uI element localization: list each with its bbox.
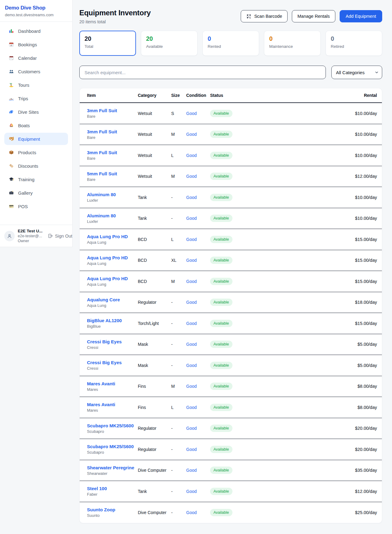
sidebar-item-dive-sites[interactable]: Dive Sites bbox=[4, 106, 68, 118]
sidebar-item-discounts[interactable]: Discounts bbox=[4, 160, 68, 172]
condition-link[interactable]: Good bbox=[186, 510, 210, 515]
rental-cell: $12.00/day bbox=[256, 489, 377, 494]
stat-card-available[interactable]: 20 Available bbox=[141, 31, 198, 56]
category-cell: Regulator bbox=[138, 447, 171, 452]
equipment-item-link[interactable]: Cressi Big Eyes bbox=[87, 339, 138, 344]
table-row: 3mm Full Suit Bare Wetsuit S Good Availa… bbox=[80, 103, 382, 124]
condition-link[interactable]: Good bbox=[186, 321, 210, 326]
rental-cell: $25.00/day bbox=[256, 510, 377, 515]
tag-icon bbox=[9, 163, 14, 169]
condition-link[interactable]: Good bbox=[186, 237, 210, 242]
equipment-item-link[interactable]: Aqualung Core bbox=[87, 297, 138, 302]
sign-out-button[interactable]: Sign Out bbox=[48, 233, 72, 238]
stat-card-retired[interactable]: 0 Retired bbox=[326, 31, 382, 56]
category-select[interactable]: All Categories bbox=[331, 66, 382, 79]
status-badge: Available bbox=[210, 152, 232, 159]
sidebar-item-products[interactable]: Products bbox=[4, 146, 68, 158]
condition-link[interactable]: Good bbox=[186, 279, 210, 284]
package-icon bbox=[9, 150, 14, 155]
stat-card-rented[interactable]: 0 Rented bbox=[202, 31, 259, 56]
category-cell: Wetsuit bbox=[138, 111, 171, 116]
equipment-item-link[interactable]: Aqua Lung Pro HD bbox=[87, 234, 138, 239]
column-header-condition: Condition bbox=[186, 93, 210, 98]
equipment-item-link[interactable]: 3mm Full Suit bbox=[87, 129, 138, 134]
status-badge: Available bbox=[210, 194, 232, 201]
equipment-item-link[interactable]: Scubapro MK25/S600 bbox=[87, 423, 138, 428]
condition-link[interactable]: Good bbox=[186, 132, 210, 137]
status-badge: Available bbox=[210, 467, 232, 474]
stat-value: 20 bbox=[85, 35, 131, 42]
equipment-item-link[interactable]: Aqua Lung Pro HD bbox=[87, 276, 138, 281]
equipment-item-link[interactable]: 5mm Full Suit bbox=[87, 171, 138, 176]
condition-link[interactable]: Good bbox=[186, 426, 210, 431]
condition-link[interactable]: Good bbox=[186, 468, 210, 473]
rental-cell: $20.00/day bbox=[256, 426, 377, 431]
table-row: 3mm Full Suit Bare Wetsuit M Good Availa… bbox=[80, 124, 382, 145]
equipment-item-link[interactable]: Suunto Zoop bbox=[87, 507, 138, 512]
equipment-item-brand: Cressi bbox=[87, 366, 138, 371]
condition-link[interactable]: Good bbox=[186, 342, 210, 347]
status-badge: Available bbox=[210, 236, 232, 243]
sidebar-item-customers[interactable]: Customers bbox=[4, 65, 68, 78]
size-cell: - bbox=[171, 489, 186, 494]
sidebar-item-boats[interactable]: Boats bbox=[4, 119, 68, 132]
status-badge: Available bbox=[210, 509, 232, 516]
stat-label: Total bbox=[85, 44, 131, 49]
sidebar-item-pos[interactable]: POS bbox=[4, 200, 68, 212]
condition-link[interactable]: Good bbox=[186, 405, 210, 410]
condition-link[interactable]: Good bbox=[186, 384, 210, 389]
equipment-item-link[interactable]: Mares Avanti bbox=[87, 381, 138, 386]
manage-rentals-button[interactable]: Manage Rentals bbox=[292, 10, 335, 22]
condition-link[interactable]: Good bbox=[186, 216, 210, 221]
size-cell: - bbox=[171, 195, 186, 200]
equipment-item-link[interactable]: Cressi Big Eyes bbox=[87, 360, 138, 365]
equipment-item-link[interactable]: Shearwater Peregrine bbox=[87, 465, 138, 470]
equipment-item-brand: Mares bbox=[87, 408, 138, 413]
condition-link[interactable]: Good bbox=[186, 195, 210, 200]
equipment-item-link[interactable]: Steel 100 bbox=[87, 486, 138, 491]
brand[interactable]: Demo Dive Shop demo.test.divestreams.com bbox=[0, 0, 72, 22]
size-cell: L bbox=[171, 153, 186, 158]
equipment-item-link[interactable]: 3mm Full Suit bbox=[87, 108, 138, 113]
equipment-item-link[interactable]: Aluminum 80 bbox=[87, 192, 138, 197]
equipment-item-link[interactable]: Mares Avanti bbox=[87, 402, 138, 407]
sidebar-item-tours[interactable]: Tours bbox=[4, 79, 68, 91]
condition-link[interactable]: Good bbox=[186, 111, 210, 116]
equipment-item-link[interactable]: BigBlue AL1200 bbox=[87, 318, 138, 323]
status-badge: Available bbox=[210, 446, 232, 453]
sidebar-item-trips[interactable]: Trips bbox=[4, 92, 68, 105]
sidebar-item-training[interactable]: Training bbox=[4, 173, 68, 185]
condition-link[interactable]: Good bbox=[186, 153, 210, 158]
condition-link[interactable]: Good bbox=[186, 300, 210, 305]
condition-link[interactable]: Good bbox=[186, 489, 210, 494]
scan-barcode-button[interactable]: Scan Barcode bbox=[241, 10, 288, 22]
column-header-status: Status bbox=[210, 93, 256, 98]
sidebar-item-gallery[interactable]: Gallery bbox=[4, 187, 68, 199]
sidebar-item-label: Customers bbox=[18, 69, 40, 74]
equipment-item-brand: Faber bbox=[87, 492, 138, 497]
stat-card-maintenance[interactable]: 0 Maintenance bbox=[264, 31, 321, 56]
status-badge: Available bbox=[210, 425, 232, 432]
graduation-cap-icon bbox=[9, 177, 14, 182]
equipment-item-link[interactable]: Aluminum 80 bbox=[87, 213, 138, 218]
condition-link[interactable]: Good bbox=[186, 363, 210, 368]
status-badge: Available bbox=[210, 110, 232, 117]
table-row: Mares Avanti Mares Fins M Good Available… bbox=[80, 376, 382, 397]
equipment-item-link[interactable]: Scubapro MK25/S600 bbox=[87, 444, 138, 449]
sidebar-item-equipment[interactable]: Equipment bbox=[4, 133, 68, 145]
add-equipment-button[interactable]: Add Equipment bbox=[340, 10, 382, 22]
search-input[interactable] bbox=[79, 66, 326, 79]
condition-link[interactable]: Good bbox=[186, 447, 210, 452]
condition-link[interactable]: Good bbox=[186, 174, 210, 179]
equipment-item-link[interactable]: Aqua Lung Pro HD bbox=[87, 255, 138, 260]
condition-link[interactable]: Good bbox=[186, 258, 210, 263]
category-cell: Regulator bbox=[138, 426, 171, 431]
filters-row: All Categories bbox=[79, 66, 382, 79]
sidebar-item-dashboard[interactable]: Dashboard bbox=[4, 25, 68, 37]
size-cell: - bbox=[171, 216, 186, 221]
equipment-item-link[interactable]: 3mm Full Suit bbox=[87, 150, 138, 155]
camera-icon bbox=[9, 190, 14, 196]
sidebar-item-calendar[interactable]: Calendar bbox=[4, 52, 68, 64]
sidebar-item-bookings[interactable]: Bookings bbox=[4, 38, 68, 51]
stat-card-total[interactable]: 20 Total bbox=[79, 31, 136, 56]
